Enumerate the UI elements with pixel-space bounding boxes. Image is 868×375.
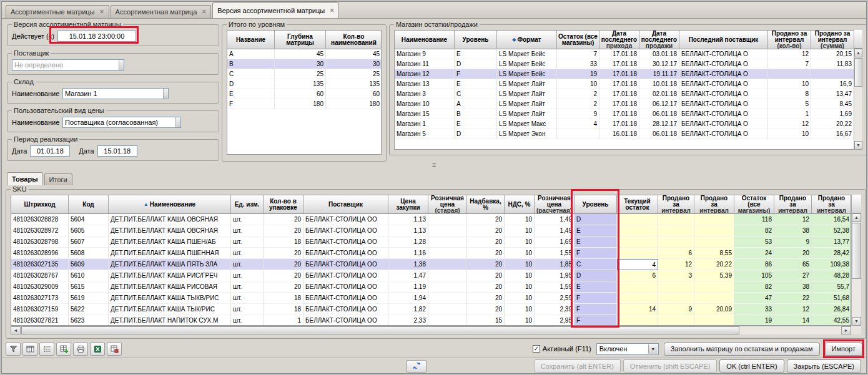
cell[interactable] xyxy=(617,315,658,326)
cell[interactable]: 17.01.18 xyxy=(599,69,639,79)
cell[interactable]: 5 xyxy=(768,99,811,109)
close-button[interactable]: Закрыть (ESCAPE) xyxy=(787,359,861,373)
cell[interactable] xyxy=(428,259,467,270)
cell[interactable] xyxy=(617,281,658,293)
valid-from-input[interactable]: 15.01.18 23:00:00 xyxy=(57,31,136,42)
column-header[interactable]: Наименование xyxy=(395,31,455,49)
cell[interactable]: 10 xyxy=(505,293,535,304)
table-row[interactable]: Магазин 5DLS Маркет Экон16.01.1806.01.18… xyxy=(395,129,862,139)
cell[interactable]: 20 xyxy=(264,248,303,259)
cell[interactable]: 1,28 xyxy=(388,236,428,248)
dropdown-arrow-icon[interactable]: ▼ xyxy=(648,344,658,354)
cell[interactable]: 20 xyxy=(264,225,303,236)
cell[interactable]: 4810263027821 xyxy=(11,315,69,326)
cell[interactable] xyxy=(617,248,658,259)
cell[interactable]: E xyxy=(455,119,497,129)
cell[interactable]: БЕЛЛАКТ-СТОЛИЦА ОО xyxy=(303,304,388,315)
table-row[interactable]: 48102630289725605ДЕТ.ПИТ.БЕЛЛАКТ КАША ОВ… xyxy=(11,225,851,236)
sku-vscrollbar[interactable]: ▲ ▼ xyxy=(851,213,861,326)
cell[interactable]: D xyxy=(575,270,617,281)
cell[interactable]: ДЕТ.ПИТ.БЕЛЛАКТ КАША ПШЕННАЯ xyxy=(109,248,231,259)
column-header[interactable]: Продано заинтервал(сумма) xyxy=(811,31,854,49)
table-row[interactable]: Магазин 3CLS Маркет Лайт217.01.1802.01.1… xyxy=(395,89,862,99)
cell[interactable]: 20 xyxy=(264,214,303,225)
cell[interactable]: Магазин 11 xyxy=(395,59,455,69)
cell[interactable]: 1,19 xyxy=(388,281,428,293)
cell[interactable] xyxy=(658,281,694,293)
cell[interactable]: 27 xyxy=(774,270,812,281)
price-view-input[interactable]: Поставщика (согласованная) xyxy=(62,117,181,128)
scroll-up-icon[interactable]: ▲ xyxy=(854,49,862,57)
table-row[interactable]: Магазин 1ELS Маркет Макс417.01.1828.12.1… xyxy=(395,119,862,129)
cell[interactable]: C xyxy=(575,259,617,270)
cell[interactable] xyxy=(428,214,467,225)
cell[interactable]: 135 xyxy=(326,79,382,89)
cell[interactable]: 17.01.18 xyxy=(599,89,639,99)
cell[interactable]: шт. xyxy=(231,270,264,281)
cell[interactable]: 19 xyxy=(734,315,774,326)
cell[interactable]: F xyxy=(575,304,617,315)
cell[interactable]: 26,84 xyxy=(812,304,851,315)
cell[interactable] xyxy=(694,293,734,304)
cell[interactable]: 53 xyxy=(734,236,774,248)
cell[interactable]: 1,69 xyxy=(811,109,854,119)
scroll-thumb[interactable] xyxy=(854,58,862,87)
cell[interactable]: LS Маркет Лайт xyxy=(497,109,557,119)
cell[interactable]: 12 xyxy=(768,119,811,129)
cell[interactable]: 12 xyxy=(774,304,812,315)
cell[interactable] xyxy=(617,293,658,304)
cell[interactable]: 180 xyxy=(275,99,326,109)
cell[interactable]: 13,77 xyxy=(812,236,851,248)
cell[interactable]: 10 xyxy=(505,248,535,259)
cell[interactable]: Магазин 3 xyxy=(395,89,455,99)
cell[interactable]: 1,95 xyxy=(535,270,575,281)
cell[interactable]: 20,15 xyxy=(811,49,854,59)
cell[interactable]: LS Маркет Бейс xyxy=(497,59,557,69)
tab-товары[interactable]: Товары xyxy=(7,172,43,185)
cell[interactable]: Магазин 9 xyxy=(395,49,455,59)
cell[interactable]: 06.01.18 xyxy=(639,109,679,119)
cell[interactable]: LS Маркет Бейс xyxy=(497,69,557,79)
print-icon[interactable] xyxy=(73,343,88,356)
cell[interactable]: 4810263028828 xyxy=(11,214,69,225)
cell[interactable]: 17.01.18 xyxy=(599,99,639,109)
cell[interactable]: LS Маркет Лайт xyxy=(497,79,557,89)
cell[interactable]: ДЕТ.ПИТ.БЕЛЛАКТ КАША РИС/ГРЕЧ xyxy=(109,270,231,281)
cell[interactable]: 1,85 xyxy=(535,259,575,270)
cell[interactable]: 10 xyxy=(505,225,535,236)
cell[interactable]: 20,09 xyxy=(694,304,734,315)
scroll-thumb[interactable] xyxy=(852,223,861,279)
cell[interactable]: 18 xyxy=(264,236,303,248)
cell[interactable]: 1 xyxy=(768,109,811,119)
cell[interactable]: E xyxy=(575,236,617,248)
column-header[interactable]: Проданозаинтервал xyxy=(774,195,812,214)
cell[interactable]: 18 xyxy=(264,293,303,304)
cell[interactable]: 51,68 xyxy=(812,293,851,304)
cell[interactable]: 30.12.17 xyxy=(639,59,679,69)
cell[interactable]: шт. xyxy=(231,236,264,248)
cell[interactable]: 20 xyxy=(467,236,505,248)
table-row[interactable]: D135135 xyxy=(227,79,381,89)
cell[interactable]: 2,33 xyxy=(388,315,428,326)
columns-icon[interactable] xyxy=(22,343,37,356)
cell[interactable]: БЕЛЛАКТ-СТОЛИЦА О xyxy=(679,79,768,89)
cell[interactable] xyxy=(617,214,658,225)
table-row[interactable]: B3030 xyxy=(227,59,381,69)
cell[interactable]: 82 xyxy=(734,281,774,293)
cell[interactable] xyxy=(428,248,467,259)
cell[interactable]: шт. xyxy=(231,304,264,315)
cell[interactable]: 15 xyxy=(467,315,505,326)
table-row[interactable]: 48102630271595622ДЕТ.ПИТ.БЕЛЛАКТ КАША ТЫ… xyxy=(11,304,851,315)
column-header[interactable]: Розничнаяцена(расчетная) xyxy=(535,195,575,214)
column-header[interactable]: Ценазакупки xyxy=(388,195,428,214)
table-row[interactable]: Магазин 15BLS Маркет Лайт917.01.1806.01.… xyxy=(395,109,862,119)
cell[interactable]: 48,28 xyxy=(812,270,851,281)
cell[interactable] xyxy=(658,293,694,304)
cell[interactable]: 20 xyxy=(264,259,303,270)
cell[interactable]: 10 xyxy=(557,79,599,89)
column-header[interactable]: Штрихкод xyxy=(11,195,69,214)
column-header[interactable]: Надбавка,% xyxy=(467,195,505,214)
cell[interactable]: Магазин 12 xyxy=(395,69,455,79)
cell[interactable]: 1,82 xyxy=(388,304,428,315)
cell[interactable]: 17.01.18 xyxy=(599,49,639,59)
